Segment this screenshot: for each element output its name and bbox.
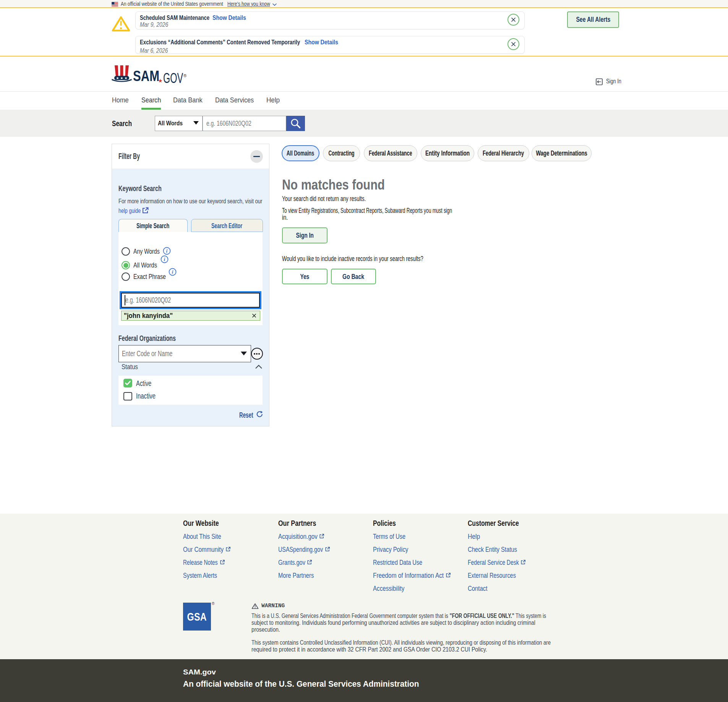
svg-text:i: i [166,248,168,254]
svg-text:i: i [164,256,165,262]
svg-text:i: i [172,269,173,275]
